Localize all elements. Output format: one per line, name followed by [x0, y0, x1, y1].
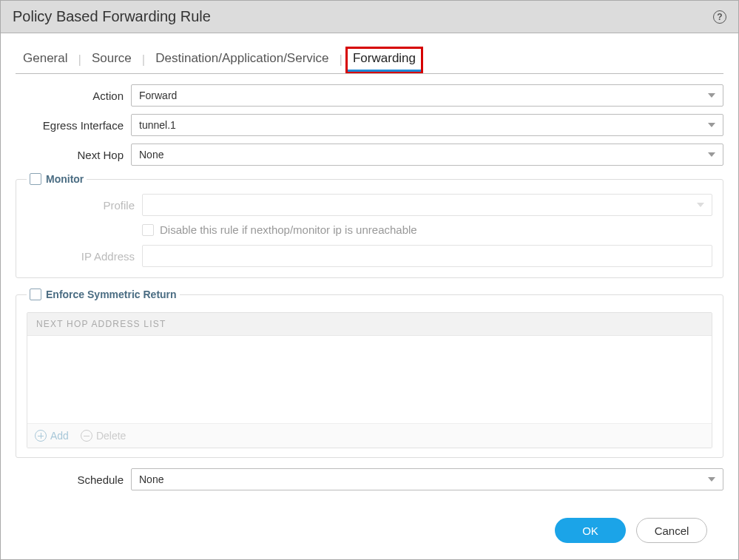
form-area: Action Forward Egress Interface tunnel.1…	[16, 84, 723, 498]
legend-symmetric-return: Enforce Symmetric Return	[27, 289, 180, 300]
pbf-rule-dialog: Policy Based Forwarding Rule ? General |…	[0, 0, 739, 560]
row-schedule: Schedule None	[16, 468, 723, 490]
select-monitor-profile	[142, 194, 712, 216]
label-disable-rule: Disable this rule if nexthop/monitor ip …	[160, 223, 417, 236]
label-next-hop: Next Hop	[16, 149, 131, 161]
chevron-down-icon	[697, 203, 704, 207]
next-hop-list-body	[27, 336, 712, 423]
group-symmetric-return: Enforce Symmetric Return NEXT HOP ADDRES…	[16, 289, 723, 458]
next-hop-address-list: NEXT HOP ADDRESS LIST Add Delete	[27, 312, 712, 448]
checkbox-monitor[interactable]	[30, 173, 41, 185]
tab-separator: |	[75, 53, 84, 67]
select-schedule-value: None	[139, 473, 163, 485]
cancel-button[interactable]: Cancel	[636, 518, 707, 543]
label-monitor-ip: IP Address	[27, 250, 142, 263]
tab-forwarding[interactable]: Forwarding	[345, 47, 423, 73]
select-action[interactable]: Forward	[131, 84, 723, 107]
label-egress-interface: Egress Interface	[16, 119, 131, 132]
delete-button: Delete	[81, 430, 126, 442]
legend-monitor-label: Monitor	[46, 173, 84, 185]
dialog-header: Policy Based Forwarding Rule ?	[1, 1, 738, 33]
row-next-hop: Next Hop None	[16, 144, 723, 166]
minus-circle-icon	[81, 430, 92, 442]
delete-button-label: Delete	[96, 430, 126, 442]
select-egress-value: tunnel.1	[139, 119, 176, 131]
dialog-title: Policy Based Forwarding Rule	[13, 8, 211, 25]
chevron-down-icon	[708, 477, 715, 482]
chevron-down-icon	[708, 93, 715, 98]
select-action-value: Forward	[139, 90, 177, 101]
select-schedule[interactable]: None	[131, 468, 723, 490]
next-hop-list-toolbar: Add Delete	[27, 423, 712, 448]
legend-symmetric-label: Enforce Symmetric Return	[46, 289, 177, 300]
legend-monitor: Monitor	[27, 173, 87, 185]
add-button-label: Add	[50, 430, 69, 442]
tab-destination-application-service[interactable]: Destination/Application/Service	[148, 47, 336, 73]
checkbox-symmetric-return[interactable]	[30, 289, 41, 300]
select-next-hop[interactable]: None	[131, 144, 723, 166]
row-egress-interface: Egress Interface tunnel.1	[16, 114, 723, 136]
label-action: Action	[16, 90, 131, 102]
help-icon[interactable]: ?	[713, 10, 726, 24]
dialog-footer: OK Cancel	[16, 503, 723, 559]
dialog-body: General | Source | Destination/Applicati…	[1, 33, 738, 559]
label-monitor-profile: Profile	[27, 199, 142, 212]
checkbox-disable-rule	[142, 224, 154, 236]
input-monitor-ip	[142, 245, 712, 267]
select-nexthop-value: None	[139, 149, 163, 161]
group-monitor: Monitor Profile Disable this rule if nex…	[16, 173, 723, 278]
chevron-down-icon	[708, 123, 715, 127]
row-disable-rule: Disable this rule if nexthop/monitor ip …	[142, 223, 712, 236]
tab-separator: |	[337, 53, 345, 67]
row-monitor-ip: IP Address	[27, 245, 712, 267]
tab-bar: General | Source | Destination/Applicati…	[16, 47, 723, 74]
select-egress-interface[interactable]: tunnel.1	[131, 114, 723, 136]
add-button[interactable]: Add	[35, 430, 69, 442]
row-action: Action Forward	[16, 84, 723, 107]
tab-source[interactable]: Source	[84, 47, 139, 73]
plus-circle-icon	[35, 430, 47, 442]
row-monitor-profile: Profile	[27, 194, 712, 216]
ok-button[interactable]: OK	[555, 518, 626, 543]
next-hop-list-header: NEXT HOP ADDRESS LIST	[27, 313, 712, 336]
tab-separator: |	[139, 53, 148, 67]
label-schedule: Schedule	[16, 473, 131, 486]
chevron-down-icon	[708, 152, 715, 157]
tab-general[interactable]: General	[16, 47, 75, 73]
